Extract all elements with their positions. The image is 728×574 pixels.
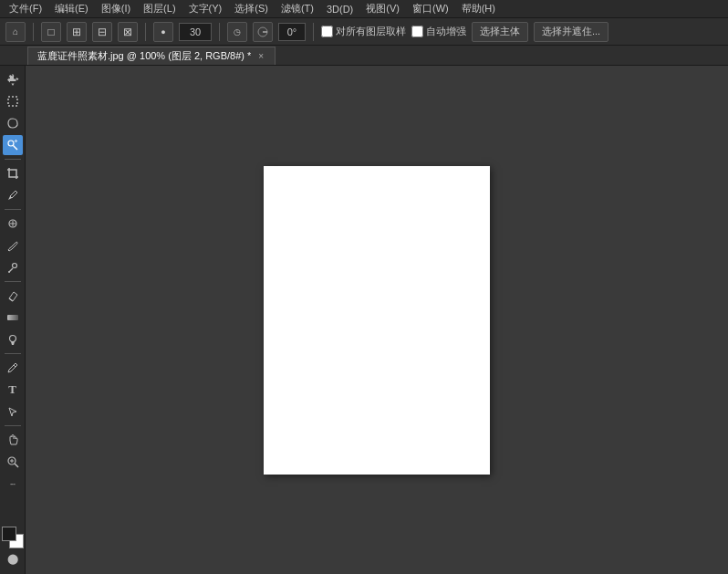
auto-enhance-checkbox-label[interactable]: 自动增强 (411, 25, 466, 38)
menu-3d[interactable]: 3D(D) (321, 3, 359, 16)
select-and-mask-button[interactable]: 选择并遮住... (534, 22, 608, 42)
tab-close-button[interactable]: × (256, 50, 265, 62)
move-tool[interactable] (3, 69, 23, 89)
menu-file[interactable]: 文件(F) (4, 1, 47, 16)
document-tab[interactable]: 蓝鹿证件照素材.jpg @ 100% (图层 2, RGB/8#) * × (27, 47, 276, 65)
color-swatches: ⬤ (2, 527, 24, 567)
path-select-tool[interactable] (3, 402, 23, 422)
all-layers-checkbox[interactable] (321, 26, 333, 37)
marquee-tool[interactable] (3, 91, 23, 111)
menu-image[interactable]: 图像(I) (96, 1, 136, 16)
svg-point-10 (8, 271, 10, 273)
svg-point-8 (12, 264, 16, 268)
quick-select-tool[interactable] (3, 135, 23, 155)
tool-sep-1 (5, 159, 21, 160)
menu-select[interactable]: 选择(S) (229, 1, 274, 16)
left-toolbar: T ··· ⬤ (0, 66, 26, 574)
svg-rect-12 (7, 315, 18, 320)
angle-icon[interactable]: ◷ (227, 22, 247, 42)
sep1 (33, 23, 34, 41)
tab-title: 蓝鹿证件照素材.jpg @ 100% (图层 2, RGB/8#) * (37, 49, 251, 63)
brush-size-input[interactable]: 30 (179, 23, 212, 41)
pen-tool[interactable] (3, 358, 23, 378)
tool-sep-4 (5, 353, 21, 354)
menu-edit[interactable]: 编辑(E) (49, 1, 94, 16)
new-selection-icon[interactable]: □ (41, 22, 61, 42)
menu-layer[interactable]: 图层(L) (138, 1, 181, 16)
home-icon[interactable]: ⌂ (5, 22, 26, 42)
brush-size-icon[interactable]: ● (153, 22, 173, 42)
tool-sep-2 (5, 209, 21, 210)
stamp-tool[interactable] (3, 257, 23, 277)
lasso-tool[interactable] (3, 113, 23, 133)
hand-tool[interactable] (3, 430, 23, 450)
select-subject-button[interactable]: 选择主体 (472, 22, 528, 42)
sep2 (145, 23, 146, 41)
crop-tool[interactable] (3, 163, 23, 183)
menu-text[interactable]: 文字(Y) (183, 1, 228, 16)
document-canvas (264, 166, 490, 475)
foreground-color-swatch[interactable] (2, 527, 16, 541)
tab-bar: 蓝鹿证件照素材.jpg @ 100% (图层 2, RGB/8#) * × (0, 46, 728, 66)
canvas-area (26, 66, 728, 574)
all-layers-checkbox-label[interactable]: 对所有图层取样 (321, 25, 406, 38)
dodge-tool[interactable] (3, 329, 23, 350)
text-tool[interactable]: T (3, 380, 23, 400)
healing-brush-tool[interactable] (3, 214, 23, 234)
svg-point-13 (9, 336, 16, 342)
add-selection-icon[interactable]: ⊞ (67, 22, 87, 42)
auto-enhance-checkbox[interactable] (411, 26, 423, 37)
eraser-tool[interactable] (3, 286, 23, 306)
brush-tool[interactable] (3, 235, 23, 256)
tool-sep-5 (5, 425, 21, 426)
menu-help[interactable]: 帮助(H) (456, 1, 501, 16)
svg-line-4 (13, 146, 17, 151)
menu-bar: 文件(F) 编辑(E) 图像(I) 图层(L) 文字(Y) 选择(S) 滤镜(T… (0, 0, 728, 18)
intersect-selection-icon[interactable]: ⊠ (118, 22, 138, 42)
options-bar: ⌂ □ ⊞ ⊟ ⊠ ● 30 ◷ 0° 对所有图层取样 自动增强 选择主体 选择… (0, 18, 728, 46)
svg-rect-2 (8, 97, 17, 106)
svg-line-15 (15, 464, 18, 467)
svg-line-11 (9, 298, 13, 301)
sep4 (313, 23, 314, 41)
eyedropper-tool[interactable] (3, 185, 23, 205)
menu-window[interactable]: 窗口(W) (407, 1, 454, 16)
gradient-tool[interactable] (3, 308, 23, 328)
sep3 (219, 23, 220, 41)
main-area: T ··· ⬤ (0, 66, 728, 574)
tool-sep-3 (5, 281, 21, 282)
subtract-selection-icon[interactable]: ⊟ (92, 22, 112, 42)
menu-view[interactable]: 视图(V) (360, 1, 405, 16)
svg-point-3 (8, 141, 14, 146)
angle-indicator (253, 22, 273, 42)
swatch-container[interactable] (2, 527, 24, 548)
angle-input[interactable]: 0° (278, 23, 306, 41)
zoom-tool[interactable] (3, 452, 23, 472)
quick-mask-button[interactable]: ⬤ (3, 550, 23, 567)
extra-tools[interactable]: ··· (3, 474, 23, 494)
menu-filter[interactable]: 滤镜(T) (276, 1, 319, 16)
